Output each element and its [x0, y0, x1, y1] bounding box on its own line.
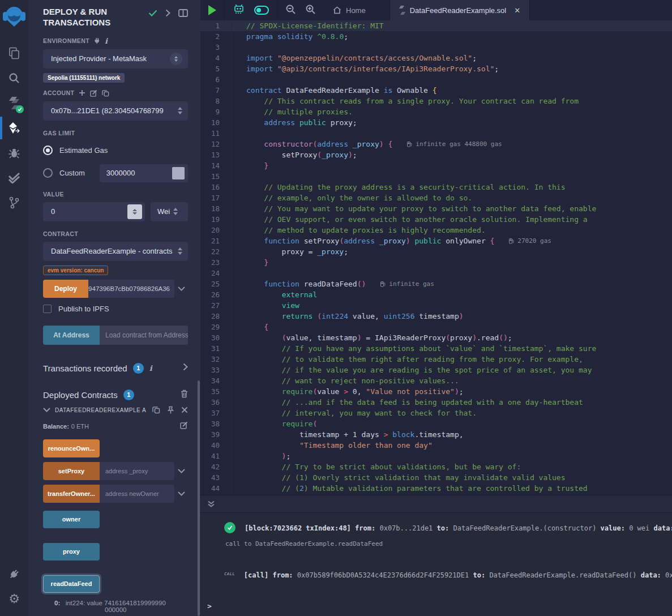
- code-text[interactable]: proxy = _proxy;: [231, 246, 348, 257]
- code-line[interactable]: 42 // Try to be strict about validations…: [200, 461, 672, 472]
- line-number[interactable]: 8: [200, 97, 231, 105]
- line-number[interactable]: 13: [200, 151, 231, 159]
- line-number[interactable]: 24: [200, 269, 231, 277]
- code-text[interactable]: // Try to be strict about validations, b…: [231, 461, 521, 472]
- pin-icon[interactable]: [167, 406, 174, 414]
- code-line[interactable]: 41 );: [200, 451, 672, 461]
- code-text[interactable]: // example, only the owner is allowed to…: [231, 192, 472, 203]
- code-text[interactable]: // (1) Overly strict validation that may…: [231, 472, 566, 483]
- code-line[interactable]: 39 timestamp + 1 days > block.timestamp,: [200, 429, 672, 440]
- code-line[interactable]: 19 // OEV support, or even switch to ano…: [200, 214, 672, 225]
- fn-owner-button[interactable]: owner: [43, 511, 100, 528]
- code-text[interactable]: import "@openzeppelin/contracts/access/O…: [231, 53, 477, 63]
- line-number[interactable]: 20: [200, 226, 231, 234]
- zoom-in-icon[interactable]: [305, 4, 316, 17]
- code-text[interactable]: function setProxy(address _proxy) public…: [231, 236, 494, 246]
- line-number[interactable]: 30: [200, 333, 231, 342]
- code-text[interactable]: [231, 74, 246, 85]
- code-line[interactable]: 27 view: [200, 300, 672, 311]
- code-line[interactable]: 36 // ...and if the data feed is being u…: [200, 397, 672, 408]
- pencil-icon[interactable]: [90, 89, 97, 97]
- code-line[interactable]: 34 // want to reject non-positive values…: [200, 375, 672, 386]
- code-text[interactable]: // interval, you may want to check for t…: [231, 408, 477, 418]
- code-text[interactable]: external: [231, 289, 317, 300]
- code-text[interactable]: // ...and if the data feed is being upda…: [231, 397, 583, 408]
- code-text[interactable]: [231, 171, 246, 182]
- line-number[interactable]: 44: [200, 484, 231, 493]
- code-text[interactable]: // if the value you are reading is the s…: [231, 365, 592, 375]
- line-number[interactable]: 3: [200, 43, 231, 52]
- code-line[interactable]: 26 external: [200, 289, 672, 300]
- line-number[interactable]: 6: [200, 75, 231, 84]
- at-address-button[interactable]: At Address: [43, 326, 100, 345]
- transferownership-arg-input[interactable]: address newOwner: [100, 485, 174, 503]
- custom-gas-option[interactable]: Custom 3000000: [43, 165, 188, 182]
- code-text[interactable]: // Updating the proxy address is a secur…: [231, 182, 566, 192]
- code-text[interactable]: // This contract reads from a single pro…: [231, 96, 579, 106]
- code-line[interactable]: 15: [200, 171, 672, 182]
- code-text[interactable]: pragma solidity ^0.8.0;: [231, 31, 348, 42]
- line-number[interactable]: 26: [200, 290, 231, 299]
- code-text[interactable]: contract DataFeedReaderExample is Ownabl…: [231, 85, 437, 96]
- code-line[interactable]: 43 // (1) Overly strict validation that …: [200, 472, 672, 483]
- publish-ipfs-checkbox[interactable]: [43, 305, 52, 313]
- code-line[interactable]: 3: [200, 42, 672, 53]
- code-text[interactable]: setProxy(_proxy);: [231, 149, 357, 160]
- line-number[interactable]: 43: [200, 473, 231, 482]
- sidebar-item-settings[interactable]: ⚙: [0, 587, 28, 611]
- zoom-out-icon[interactable]: [285, 4, 296, 17]
- code-line[interactable]: 16 // Updating the proxy address is a se…: [200, 182, 672, 192]
- fn-readdatafeed-button[interactable]: readDataFeed: [43, 575, 100, 593]
- deploy-button[interactable]: Deploy: [43, 280, 88, 298]
- chevron-right-icon[interactable]: [165, 9, 170, 17]
- code-line[interactable]: 28 returns (int224 value, uint256 timest…: [200, 311, 672, 322]
- copy-icon[interactable]: [152, 406, 160, 414]
- expand-fn-icon[interactable]: [174, 469, 188, 473]
- info-icon[interactable]: i: [149, 365, 152, 372]
- code-line[interactable]: 35 require(value > 0, "Value not positiv…: [200, 386, 672, 397]
- line-number[interactable]: 21: [200, 237, 231, 245]
- code-text[interactable]: );: [231, 451, 290, 461]
- sidebar-item-unit-testing[interactable]: [0, 165, 28, 190]
- sidebar-item-solidity-compiler[interactable]: [0, 91, 28, 116]
- code-text[interactable]: require(: [231, 418, 317, 429]
- code-text[interactable]: // want to reject non-positive values...: [231, 375, 459, 386]
- code-line[interactable]: 7contract DataFeedReaderExample is Ownab…: [200, 85, 672, 96]
- terminal-prompt[interactable]: >: [207, 602, 212, 610]
- plug-icon[interactable]: [94, 37, 100, 44]
- line-number[interactable]: 18: [200, 204, 231, 213]
- code-line[interactable]: 23 }: [200, 257, 672, 268]
- sidebar-item-git[interactable]: [0, 190, 28, 215]
- fn-proxy-button[interactable]: proxy: [43, 543, 100, 561]
- line-number[interactable]: 32: [200, 355, 231, 363]
- code-line[interactable]: 20 // method to update proxies is highly…: [200, 225, 672, 236]
- code-line[interactable]: 13 setProxy(_proxy);: [200, 149, 672, 160]
- code-line[interactable]: 24: [200, 268, 672, 279]
- copilot-toggle[interactable]: [254, 6, 269, 15]
- code-text[interactable]: // to validate them right after reading …: [231, 354, 583, 365]
- fn-renounceownership-button[interactable]: renounceOwn...: [43, 439, 100, 457]
- sidebar-item-search[interactable]: [0, 66, 28, 91]
- setproxy-arg-input[interactable]: address _proxy: [100, 462, 174, 480]
- line-number[interactable]: 17: [200, 194, 231, 202]
- environment-select[interactable]: Injected Provider - MetaMask: [43, 49, 188, 69]
- tab-home[interactable]: Home: [324, 0, 375, 20]
- code-line[interactable]: 9 // multiple proxies.: [200, 106, 672, 117]
- code-text[interactable]: (value, timestamp) = IApi3ReaderProxy(pr…: [231, 332, 512, 343]
- code-line[interactable]: 18 // You may want to update your proxy …: [200, 203, 672, 214]
- code-line[interactable]: 4import "@openzeppelin/contracts/access/…: [200, 53, 672, 63]
- trash-icon[interactable]: [181, 390, 188, 400]
- sidebar-item-file-explorer[interactable]: [0, 41, 28, 66]
- tab-datafeedreaderexample[interactable]: DataFeedReaderExample.sol ✕: [389, 0, 530, 20]
- collapse-chevron-icon[interactable]: [43, 408, 50, 412]
- code-line[interactable]: 32 // to validate them right after readi…: [200, 354, 672, 365]
- line-number[interactable]: 34: [200, 377, 231, 385]
- at-address-input[interactable]: Load contract from Address: [100, 326, 188, 345]
- code-text[interactable]: timestamp + 1 days > block.timestamp,: [231, 429, 464, 440]
- fn-transferownership-button[interactable]: transferOwner...: [43, 485, 100, 503]
- line-number[interactable]: 10: [200, 118, 231, 127]
- line-number[interactable]: 39: [200, 430, 231, 439]
- transactions-recorded-row[interactable]: Transactions recorded 1 i: [28, 354, 200, 382]
- contract-select[interactable]: DataFeedReaderExample - contracts: [43, 242, 188, 261]
- line-number[interactable]: 7: [200, 86, 231, 95]
